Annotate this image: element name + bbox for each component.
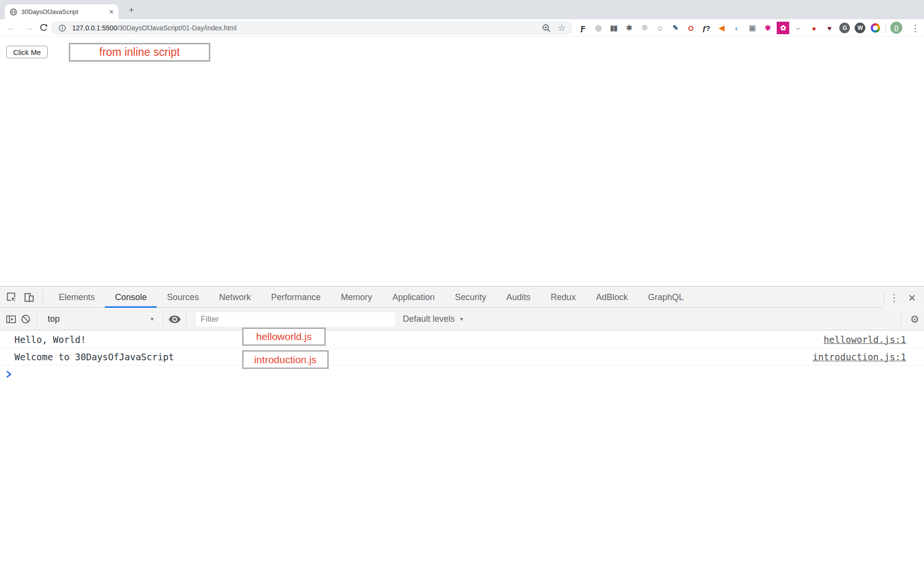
tab-console[interactable]: Console [105,287,157,308]
levels-label: Default levels [403,314,455,324]
heart-search-icon[interactable]: ♥ [823,22,835,34]
extensions-area: Ƒ◎▮▮✱❆☺✎Oƒ?◀◐▣✾✿⌐●♥GW [577,21,882,35]
pink-ornament-icon[interactable]: ✾ [761,22,774,34]
click-me-button[interactable]: Click Me [6,46,48,58]
devtools-separator [884,292,885,303]
target-icon[interactable]: ◎ [592,22,604,34]
browser-menu-kebab-icon[interactable]: ⋮ [910,21,921,35]
w-circle-icon[interactable]: W [855,23,865,33]
address-bar[interactable]: 127.0.0.1:5500/30DaysOfJavaScript/01-Day… [51,21,573,35]
red-o-icon[interactable]: O [684,22,697,34]
devtools-window-controls: ⋮ × [884,287,924,308]
color-ring-icon[interactable] [871,23,880,33]
device-toolbar-icon[interactable] [22,290,36,304]
toolbar-separator [186,313,186,326]
tab-sources[interactable]: Sources [157,287,209,308]
gear-icon[interactable]: ⚙ [910,314,919,325]
emoticon-icon[interactable]: ☺ [654,22,666,34]
annotation-introduction: introduction.js [242,350,329,369]
bookmark-star-icon[interactable]: ☆ [556,23,567,33]
script-f-icon[interactable]: Ƒ [577,22,589,34]
forward-icon[interactable]: → [23,22,35,34]
snowflake-box-icon[interactable]: ❆ [638,22,651,34]
devtools-tab-bar: Elements Console Sources Network Perform… [0,287,924,308]
zoom-icon[interactable] [541,23,552,33]
console-message-text: Welcome to 30DaysOfJavaScript [14,352,813,362]
tab-network[interactable]: Network [209,287,261,308]
reload-icon[interactable] [38,22,49,34]
annotation-helloworld: helloworld.js [242,328,326,346]
url-text: 127.0.0.1:5500/30DaysOfJavaScript/01-Day… [72,24,536,32]
browser-tab[interactable]: 30DaysOfJavaScript × [5,4,118,19]
console-toolbar-right: ⚙ [897,308,924,330]
console-message-text: Hello, World! [14,334,823,345]
devtools-close-icon[interactable]: × [904,291,920,304]
console-prompt-chevron-icon [6,370,12,378]
math-f-icon[interactable]: ƒ? [700,22,712,34]
console-messages: Hello, World! helloworld.js:1 Welcome to… [0,331,924,578]
tab-application[interactable]: Application [382,287,445,308]
page-viewport [0,37,924,286]
source-link[interactable]: introduction.js:1 [813,352,906,362]
console-prompt[interactable] [0,366,924,383]
console-sidebar-toggle-icon[interactable] [4,312,18,327]
pink-box-flower-icon[interactable]: ✿ [777,22,789,34]
context-label: top [48,314,60,324]
inspect-element-icon[interactable] [5,290,18,304]
tab-elements[interactable]: Elements [49,287,105,308]
tab-security[interactable]: Security [445,287,496,308]
devtools-separator [42,291,43,303]
console-message-row: Welcome to 30DaysOfJavaScript introducti… [0,348,924,366]
tab-graphql[interactable]: GraphQL [638,287,693,308]
tab-title: 30DaysOfJavaScript [21,8,105,15]
g-circle-icon[interactable]: G [839,23,850,33]
profile-avatar[interactable]: {} [890,22,902,34]
tab-performance[interactable]: Performance [261,287,331,308]
camera-icon[interactable]: ▣ [746,22,758,34]
blue-swirl-icon[interactable]: ◐ [731,22,743,34]
tab-memory[interactable]: Memory [331,287,382,308]
clear-console-icon[interactable] [18,312,33,327]
megaphone-icon[interactable]: ◀ [715,22,728,34]
new-tab-button[interactable]: + [125,4,138,16]
clip-icon[interactable]: ⌐ [792,22,805,34]
back-icon[interactable]: ← [6,22,17,34]
toolbar-separator [37,313,37,326]
site-info-icon[interactable] [57,23,67,33]
tab-redux[interactable]: Redux [540,287,586,308]
filter-input[interactable] [196,312,395,327]
console-message-row: Hello, World! helloworld.js:1 [0,331,924,348]
tab-adblock[interactable]: AdBlock [586,287,638,308]
pause-bars-icon[interactable]: ▮▮ [607,22,620,34]
red-shield-icon[interactable]: ● [808,22,820,34]
devtools-panel: Elements Console Sources Network Perform… [0,286,924,578]
javascript-context-dropdown[interactable]: top ▼ [41,314,159,324]
browser-tab-strip: 30DaysOfJavaScript × + [0,0,924,19]
live-expression-eye-icon[interactable] [167,312,182,327]
tab-close-icon[interactable]: × [109,8,114,16]
source-link[interactable]: helloworld.js:1 [823,334,906,345]
chevron-down-icon: ▼ [459,316,464,322]
eyedropper-icon[interactable]: ✎ [669,22,681,34]
bug-icon[interactable]: ✱ [623,22,635,34]
tab-audits[interactable]: Audits [496,287,540,308]
console-toolbar: top ▼ Default levels ▼ ⚙ [0,308,924,330]
chevron-down-icon: ▼ [150,316,154,322]
inline-script-banner: from inline script [69,43,210,62]
toolbar-separator [901,313,901,326]
toolbar-separator [163,313,164,326]
devtools-menu-kebab-icon[interactable]: ⋮ [887,292,901,303]
log-levels-dropdown[interactable]: Default levels ▼ [403,314,464,324]
tab-favicon-globe-icon [10,8,17,16]
toolbar-separator [886,23,886,33]
